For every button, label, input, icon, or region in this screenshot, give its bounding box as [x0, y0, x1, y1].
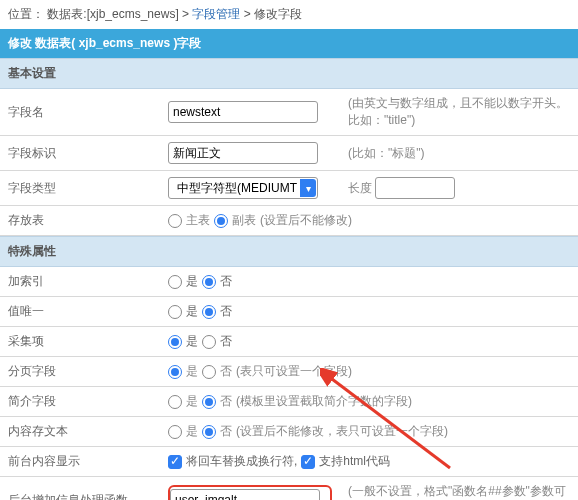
page-no-radio[interactable]: [202, 365, 216, 379]
store-sub-radio[interactable]: [214, 214, 228, 228]
breadcrumb-table: 数据表:[xjb_ecms_news]: [47, 7, 178, 21]
label-textfile: 内容存文本: [0, 417, 160, 447]
label-brief: 简介字段: [0, 387, 160, 417]
collect-yes-radio[interactable]: [168, 335, 182, 349]
fieldtype-select[interactable]: 中型字符型(MEDIUMTEXT): [168, 177, 318, 199]
hint-store: (设置后不能修改): [260, 212, 352, 229]
fieldname-input[interactable]: [168, 101, 318, 123]
index-yes-radio[interactable]: [168, 275, 182, 289]
hint-addb: (一般不设置，格式"函数名##参数"参数可不设置): [340, 477, 578, 501]
brief-no-radio[interactable]: [202, 395, 216, 409]
section-basic: 基本设置: [0, 58, 578, 89]
label-index: 加索引: [0, 267, 160, 297]
brief-yes-radio[interactable]: [168, 395, 182, 409]
unique-no-radio[interactable]: [202, 305, 216, 319]
hint-fieldflag: (比如："标题"): [340, 136, 578, 171]
form-table-special: 加索引 是 否 值唯一 是 否 采集项 是 否 分页字段 是 否 (表只可设置一…: [0, 267, 578, 500]
breadcrumb-link-fields[interactable]: 字段管理: [192, 7, 240, 21]
hint-fieldname: (由英文与数字组成，且不能以数字开头。比如："title"): [340, 89, 578, 136]
breadcrumb: 位置： 数据表:[xjb_ecms_news] > 字段管理 > 修改字段: [0, 0, 578, 29]
label-fieldflag: 字段标识: [0, 136, 160, 171]
unique-yes-radio[interactable]: [168, 305, 182, 319]
page-yes-radio[interactable]: [168, 365, 182, 379]
form-table: 字段名 (由英文与数字组成，且不能以数字开头。比如："title") 字段标识 …: [0, 89, 578, 236]
fieldflag-input[interactable]: [168, 142, 318, 164]
label-page: 分页字段: [0, 357, 160, 387]
textfile-yes-radio[interactable]: [168, 425, 182, 439]
textfile-no-radio[interactable]: [202, 425, 216, 439]
label-fieldname: 字段名: [0, 89, 160, 136]
page-title: 修改 数据表( xjb_ecms_news )字段: [0, 29, 578, 58]
breadcrumb-current: 修改字段: [254, 7, 302, 21]
label-length: 长度: [348, 181, 372, 195]
label-store: 存放表: [0, 206, 160, 236]
label-fieldtype: 字段类型: [0, 171, 160, 206]
length-input[interactable]: [375, 177, 455, 199]
label-unique: 值唯一: [0, 297, 160, 327]
section-special: 特殊属性: [0, 236, 578, 267]
store-main-radio[interactable]: [168, 214, 182, 228]
front-br-checkbox[interactable]: [168, 455, 182, 469]
collect-no-radio[interactable]: [202, 335, 216, 349]
breadcrumb-loc: 位置：: [8, 7, 44, 21]
addb-input[interactable]: [170, 489, 320, 500]
label-collect: 采集项: [0, 327, 160, 357]
index-no-radio[interactable]: [202, 275, 216, 289]
label-front: 前台内容显示: [0, 447, 160, 477]
label-addb: 后台增加信息处理函数: [0, 477, 160, 501]
front-html-checkbox[interactable]: [301, 455, 315, 469]
highlight-annotation: [168, 485, 332, 500]
